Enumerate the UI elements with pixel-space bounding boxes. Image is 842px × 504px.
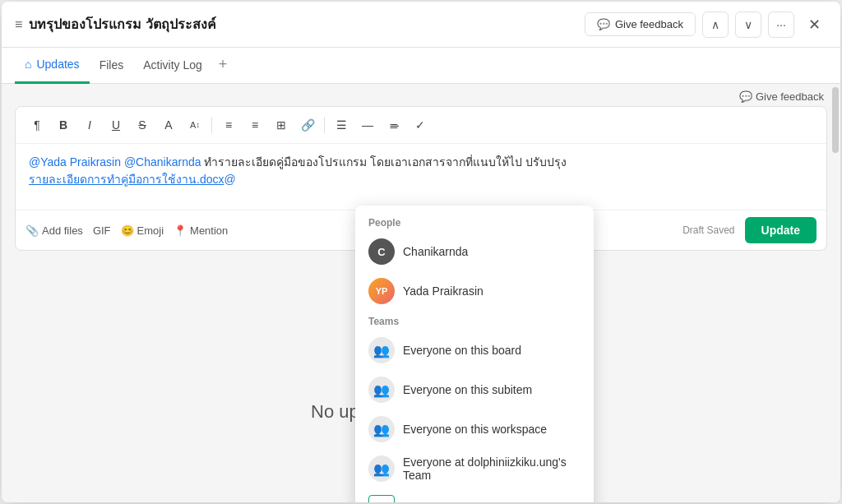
update-button[interactable]: Update [745,217,817,243]
mention-chanikarnda[interactable]: @Chanikarnda [124,155,201,169]
mention-team-board[interactable]: 👥 Everyone on this board [355,331,594,370]
people-section-title: People [355,212,594,232]
nav-up-button[interactable]: ∧ [702,12,729,38]
toolbar-underline[interactable]: U [104,113,127,136]
team-workspace-name: Everyone on this workspace [403,423,547,436]
invite-label: Invite a new member by email [403,502,556,502]
toolbar-divider-2 [324,117,325,133]
toolbar-bold[interactable]: B [52,113,75,136]
tab-files-label: Files [99,58,124,72]
give-feedback-small-label: Give feedback [756,90,824,103]
toolbar-align-left[interactable]: ≡ [217,113,240,136]
toolbar-table[interactable]: ⊞ [270,113,293,136]
team-workspace-icon: 👥 [368,416,395,442]
gif-button[interactable]: GIF [93,224,111,237]
tab-updates-label: Updates [36,58,79,71]
editor-toolbar: ¶ B I U S A A↕ ≡ ≡ ⊞ 🔗 ☰ — ≡̶ ✓ [16,107,826,144]
toolbar-paragraph[interactable]: ¶ [25,113,49,136]
scrollbar-thumb[interactable] [832,87,839,153]
tab-files[interactable]: Files [90,48,134,84]
mention-label: Mention [190,224,228,237]
give-feedback-small-button[interactable]: 💬 Give feedback [739,90,824,103]
toolbar-strikethrough[interactable]: S [131,113,154,136]
mention-icon: 📍 [173,224,187,237]
teams-section-title: Teams [355,311,594,331]
emoji-button[interactable]: 😊 Emoji [121,224,164,237]
window-title: บทรุปของโปรแกรม วัตถุประสงค์ [29,14,215,35]
mention-team-subitem[interactable]: 👥 Everyone on this subitem [355,370,594,409]
toolbar-check[interactable]: ✓ [409,113,432,136]
person-chanikarnda-name: Chanikarnda [403,245,468,258]
give-feedback-button[interactable]: 💬 Give feedback [585,12,696,36]
tabs-bar: ⌂ Updates Files Activity Log + [2,48,840,84]
mention-button[interactable]: 📍 Mention [173,224,228,237]
mention-person-chanikarnda[interactable]: C Chanikarnda [355,232,594,271]
feedback-small-icon: 💬 [739,90,752,103]
main-window: ≡ บทรุปของโปรแกรม วัตถุประสงค์ 💬 Give fe… [2,2,840,502]
feedback-icon: 💬 [597,18,610,30]
emoji-label: Emoji [137,224,164,237]
editor-actions: 📎 Add files GIF 😊 Emoji 📍 Mention [25,224,228,237]
toolbar-link[interactable]: 🔗 [296,113,319,136]
nav-down-button[interactable]: ∨ [735,12,761,38]
title-bar: ≡ บทรุปของโปรแกรม วัตถุประสงค์ 💬 Give fe… [2,2,840,48]
emoji-icon: 😊 [121,224,134,237]
add-files-button[interactable]: 📎 Add files [25,224,83,237]
tab-activity-label: Activity Log [143,58,202,72]
invite-member-button[interactable]: ✉ Invite a new member by email [355,488,594,502]
scrollbar-area [829,84,840,502]
toolbar-align-center[interactable]: ≡ [243,113,266,136]
toolbar-divider-1 [211,117,212,133]
title-bar-left: ≡ บทรุปของโปรแกรม วัตถุประสงค์ [15,14,585,35]
team-board-icon: 👥 [368,337,395,363]
draft-saved-label: Draft Saved [682,224,734,236]
invite-email-icon: ✉ [368,495,395,502]
toolbar-font-color[interactable]: A [157,113,180,136]
toolbar-justify[interactable]: ☰ [330,113,353,136]
team-dolphin-icon: 👥 [368,455,395,482]
tab-add-button[interactable]: + [212,48,234,84]
avatar-yada: YP [368,278,395,304]
attach-icon: 📎 [25,224,39,237]
team-subitem-icon: 👥 [368,377,395,403]
team-subitem-name: Everyone on this subitem [403,383,532,396]
gif-label: GIF [93,224,111,237]
tab-updates[interactable]: ⌂ Updates [15,48,90,84]
editor-text-1: ทำรายละเอียดคู่มือของโปรแกรม โดยเอาเอกสา… [204,155,567,169]
editor-cursor: @ [224,173,235,186]
editor-link[interactable]: รายละเอียดการทำคู่มือการใช้งาน.docx [29,173,224,186]
mention-team-dolphin[interactable]: 👥 Everyone at dolphiniizkiku.ung's Team [355,449,594,488]
toolbar-italic[interactable]: I [78,113,101,136]
team-board-name: Everyone on this board [403,344,521,357]
mention-person-yada[interactable]: YP Yada Praikrasin [355,271,594,311]
avatar-chanikarnda: C [368,238,395,265]
toolbar-hr[interactable]: — [356,113,379,136]
give-feedback-label: Give feedback [615,18,683,30]
mention-dropdown: People C Chanikarnda YP Yada Praikrasin … [355,206,594,502]
close-button[interactable]: ✕ [801,12,827,38]
editor-body[interactable]: @Yada Praikrasin @Chanikarnda ทำรายละเอี… [16,144,826,210]
tab-activity-log[interactable]: Activity Log [133,48,212,84]
person-yada-name: Yada Praikrasin [403,284,483,298]
mention-yada[interactable]: @Yada Praikrasin [29,155,121,169]
mention-team-workspace[interactable]: 👥 Everyone on this workspace [355,409,594,449]
title-icon: ≡ [15,17,22,32]
editor-right: Draft Saved Update [682,217,817,243]
team-dolphin-name: Everyone at dolphiniizkiku.ung's Team [403,455,581,482]
home-icon: ⌂ [25,58,31,71]
add-files-label: Add files [42,224,83,237]
more-options-button[interactable]: ··· [768,12,794,38]
title-bar-right: 💬 Give feedback ∧ ∨ ··· ✕ [585,12,827,38]
toolbar-strikeout[interactable]: ≡̶ [382,113,405,136]
toolbar-font-size[interactable]: A↕ [183,113,206,136]
